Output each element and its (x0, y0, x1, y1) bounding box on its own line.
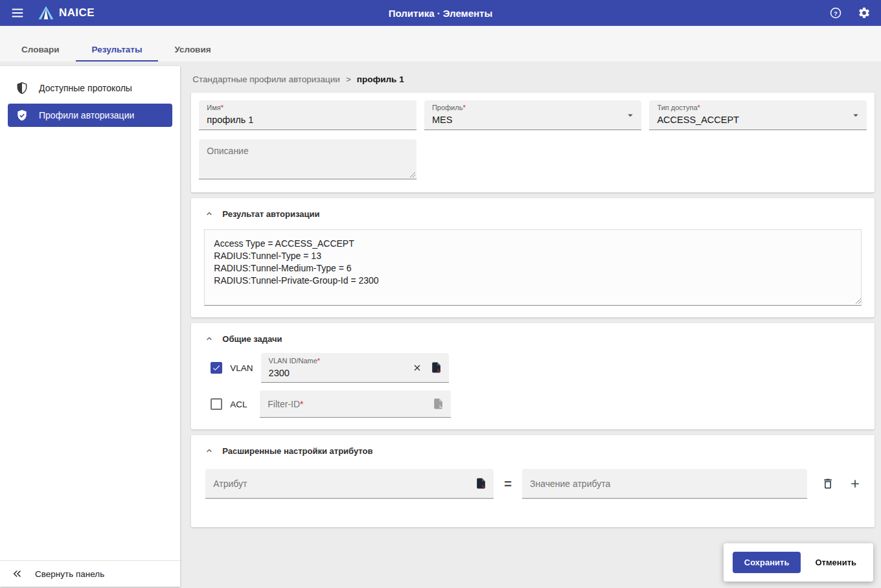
name-field[interactable]: Имя* профиль 1 (199, 100, 417, 130)
chevron-down-icon (850, 109, 862, 121)
vlan-checkbox-label: VLAN (230, 363, 253, 373)
chevron-up-icon[interactable] (204, 446, 214, 456)
dictionary-document-icon-disabled (432, 398, 444, 410)
sidebar-item-available-protocols[interactable]: Доступные протоколы (8, 76, 172, 100)
required-mark: * (698, 104, 700, 111)
tab-results[interactable]: Результаты (76, 38, 159, 62)
brand-name: NAICE (59, 6, 95, 19)
vlan-id-field-value: 2300 (269, 367, 412, 379)
description-label: Описание (207, 146, 248, 156)
name-field-value: профиль 1 (207, 114, 409, 126)
required-mark: * (300, 399, 303, 409)
dictionary-document-icon[interactable] (475, 477, 487, 490)
vlan-task-row: VLAN VLAN ID/Name* 2300 (211, 353, 862, 383)
main-content: Стандартные профили авторизации > профил… (180, 66, 881, 587)
breadcrumb: Стандартные профили авторизации > профил… (191, 73, 875, 93)
help-icon[interactable]: ? (829, 6, 842, 19)
vlan-id-field-label: VLAN ID/Name (269, 357, 317, 365)
tab-strip: Словари Результаты Условия (0, 26, 881, 62)
common-tasks-card: Общие задачи VLAN VLAN ID/Name* 2300 (191, 323, 875, 429)
filter-id-field[interactable]: Filter-ID* (260, 390, 451, 418)
cancel-button[interactable]: Отменить (807, 552, 864, 573)
collapse-panel-button[interactable]: Свернуть панель (0, 560, 180, 587)
dictionary-document-icon[interactable] (430, 361, 442, 374)
sidebar-item-authorization-profiles[interactable]: Профили авторизации (8, 104, 172, 127)
acl-checkbox-label: ACL (230, 400, 252, 409)
required-mark: * (463, 104, 465, 111)
breadcrumb-parent[interactable]: Стандартные профили авторизации (192, 74, 340, 84)
vlan-id-field[interactable]: VLAN ID/Name* 2300 (261, 353, 449, 383)
page-title: Политика · Элементы (389, 8, 493, 19)
naice-logo-icon (38, 5, 54, 21)
app-bar: NAICE Политика · Элементы ? (0, 0, 881, 26)
profile-form-card: Имя* профиль 1 Профиль* MES Тип доступа* (191, 93, 875, 192)
attribute-placeholder: Атрибут (213, 479, 247, 489)
acl-task-row: ACL Filter-ID* (211, 390, 862, 418)
attribute-value-placeholder: Значение атрибута (530, 479, 610, 489)
menu-icon[interactable] (10, 6, 25, 20)
advanced-attributes-card: Расширенные настройки атрибутов Атрибут (191, 435, 875, 527)
profile-select-label: Профиль (432, 104, 463, 111)
sidebar-item-label: Доступные протоколы (39, 83, 132, 93)
double-chevron-left-icon (12, 568, 23, 580)
action-bar: Сохранить Отменить (724, 543, 873, 582)
chevron-up-icon[interactable] (204, 334, 214, 344)
filter-id-placeholder: Filter-ID (268, 399, 300, 409)
advanced-attributes-title: Расширенные настройки атрибутов (222, 446, 372, 456)
add-plus-icon[interactable] (849, 477, 862, 490)
auth-result-card: Результат авторизации Access Type = ACCE… (191, 198, 875, 317)
chevron-down-icon (624, 109, 636, 121)
name-field-label: Имя (207, 104, 220, 111)
settings-gear-icon[interactable] (858, 6, 871, 19)
access-type-select-label: Тип доступа (657, 104, 697, 111)
delete-trash-icon[interactable] (821, 477, 834, 490)
profile-select-value: MES (432, 114, 634, 126)
required-mark: * (317, 357, 320, 365)
resize-handle-icon[interactable] (409, 171, 415, 177)
brand: NAICE (38, 5, 95, 21)
clear-x-icon[interactable] (412, 363, 422, 373)
save-button[interactable]: Сохранить (733, 552, 801, 573)
vlan-checkbox[interactable] (211, 362, 222, 374)
auth-result-title: Результат авторизации (222, 209, 319, 219)
attribute-field[interactable]: Атрибут (205, 469, 494, 499)
profile-select[interactable]: Профиль* MES (424, 100, 642, 130)
collapse-panel-label: Свернуть панель (35, 569, 104, 579)
breadcrumb-separator: > (346, 74, 351, 84)
shield-half-icon (16, 82, 29, 95)
access-type-select-value: ACCESS_ACCEPT (657, 114, 859, 126)
shield-check-icon (16, 109, 29, 122)
breadcrumb-current: профиль 1 (357, 74, 404, 84)
chevron-up-icon[interactable] (204, 209, 214, 219)
sidebar: Доступные протоколы Профили авторизации … (0, 66, 180, 587)
equals-sign: = (504, 477, 512, 492)
common-tasks-title: Общие задачи (222, 334, 282, 344)
acl-checkbox[interactable] (211, 398, 222, 410)
svg-text:?: ? (834, 10, 838, 17)
tab-conditions[interactable]: Условия (158, 38, 227, 62)
required-mark: * (221, 104, 223, 111)
sidebar-item-label: Профили авторизации (39, 110, 134, 120)
description-textarea[interactable]: Описание (199, 139, 417, 179)
access-type-select[interactable]: Тип доступа* ACCESS_ACCEPT (649, 100, 867, 130)
attribute-value-field[interactable]: Значение атрибута (522, 469, 807, 499)
auth-result-textarea[interactable]: Access Type = ACCESS_ACCEPT RADIUS:Tunne… (204, 229, 862, 306)
attribute-row: Атрибут = Значение атриб (205, 469, 862, 499)
tab-dictionaries[interactable]: Словари (5, 38, 76, 62)
